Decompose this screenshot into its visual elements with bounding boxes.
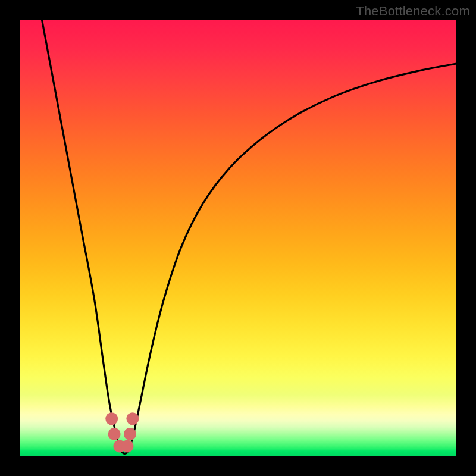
curve-layer — [42, 20, 456, 453]
highlight-point — [108, 428, 121, 440]
highlight-point — [124, 428, 136, 440]
highlight-point — [105, 412, 118, 425]
bottleneck-curve — [42, 20, 456, 453]
highlight-point — [121, 440, 134, 452]
highlight-point — [126, 412, 139, 425]
plot-area — [20, 20, 456, 456]
watermark-text: TheBottleneck.com — [356, 4, 470, 19]
chart-svg — [20, 20, 456, 456]
chart-frame: TheBottleneck.com — [0, 0, 476, 476]
marker-layer — [105, 412, 139, 452]
